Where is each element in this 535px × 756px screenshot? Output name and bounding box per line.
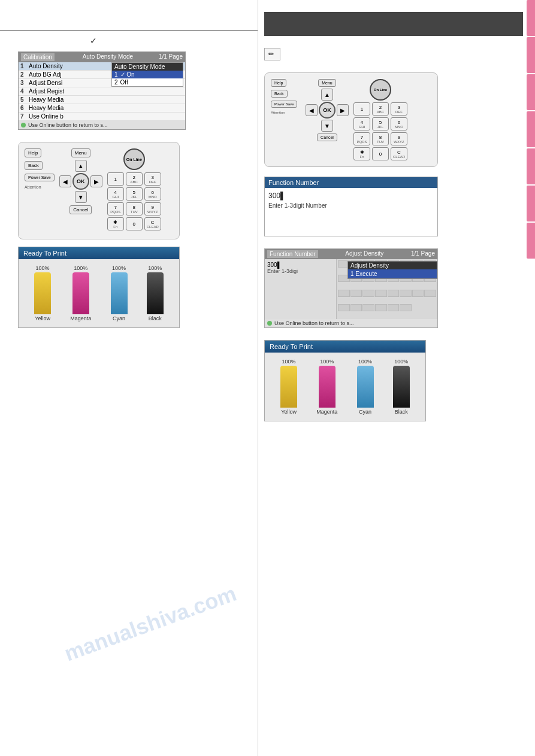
menu-button[interactable]: Menu (71, 148, 90, 157)
num-0[interactable]: 0 (126, 217, 143, 230)
right-num-clear[interactable]: CCLEAR (391, 147, 407, 160)
right-arrow-right[interactable]: ▶ (337, 104, 349, 116)
cal-page-info: 1/1 Page (159, 53, 183, 61)
right-num-3[interactable]: 3DEF (391, 102, 407, 116)
adjust-footer-text: Use Online button to return to s... (274, 320, 354, 326)
cal-sub-header: Auto Density Mode (112, 63, 183, 71)
right-num-0[interactable]: 0 (372, 147, 389, 160)
toner-black: 100% Black (147, 265, 164, 321)
pink-tab-5[interactable] (527, 148, 535, 184)
right-back-button[interactable]: Back (271, 90, 288, 98)
watermark: manualshiva.com (61, 581, 240, 667)
right-online-button[interactable]: On Line (370, 79, 391, 101)
num-5[interactable]: 5JKL (126, 187, 143, 201)
right-num-1[interactable]: 1 (353, 102, 370, 116)
adjust-body: 300▌ Enter 1-3digi (265, 259, 437, 319)
arrow-left-button[interactable]: ◀ (59, 175, 71, 187)
right-toner-bar-yellow (280, 366, 297, 408)
right-column: ✏ Help Back Power Save Attention Menu ▲ (258, 0, 535, 756)
left-ready-panel: Ready To Print 100% Yellow 100% Magenta … (18, 247, 180, 328)
num-6[interactable]: 6MNO (144, 187, 161, 201)
num-clear[interactable]: CCLEAR (144, 217, 161, 230)
num-3[interactable]: 3DEF (144, 172, 161, 186)
pink-tab-7[interactable] (527, 223, 535, 259)
ok-button[interactable]: OK (72, 173, 89, 190)
pink-tab-6[interactable] (527, 186, 535, 221)
adjust-header-tab: Function Number (267, 250, 318, 258)
right-toner-bar-magenta (319, 366, 335, 408)
cal-footer: Use Online button to return to s... (19, 121, 185, 129)
right-toner-yellow: 100% Yellow (280, 359, 297, 415)
left-toners: 100% Yellow 100% Magenta 100% Cyan 100% (19, 259, 179, 327)
right-num-5[interactable]: 5JKL (372, 117, 389, 130)
toner-magenta: 100% Magenta (70, 265, 91, 321)
right-num-7[interactable]: 7PQRS (353, 132, 370, 145)
right-arrow-left[interactable]: ◀ (306, 104, 318, 116)
function-input-value[interactable]: 300▌ (268, 192, 434, 200)
num-9[interactable]: 9WXYZ (144, 202, 161, 215)
pencil-area: ✏ (264, 48, 523, 60)
right-toner-bar-cyan (357, 366, 374, 408)
pink-tab-4[interactable] (527, 111, 535, 147)
right-num-star[interactable]: ✱Fn (353, 147, 370, 160)
toner-bar-cyan (111, 272, 128, 314)
function-panel-header: Function Number (265, 177, 437, 188)
num-4[interactable]: 4GHI (107, 187, 124, 201)
help-button[interactable]: Help (25, 148, 41, 157)
checkmark-bullet: ✓ (90, 36, 246, 45)
right-arrow-up[interactable]: ▲ (321, 89, 333, 101)
function-panel-body: 300▌ Enter 1-3digit Number (265, 188, 437, 236)
arrow-down-button[interactable]: ▼ (75, 191, 87, 203)
right-num-4[interactable]: 4GHI (353, 117, 370, 130)
num-star[interactable]: ✱Fn (107, 217, 124, 230)
pink-tab-1[interactable] (527, 0, 535, 36)
left-ready-header: Ready To Print (19, 247, 179, 259)
num-7[interactable]: 7PQRS (107, 202, 124, 215)
right-tabs (527, 0, 535, 756)
adjust-hint: Enter 1-3digi (267, 268, 334, 274)
right-num-9[interactable]: 9WXYZ (391, 132, 407, 145)
right-num-2[interactable]: 2ABC (372, 102, 389, 116)
cal-header-title: Auto Density Mode (83, 53, 134, 61)
toner-bar-black (147, 272, 164, 314)
power-save-button[interactable]: Power Save (25, 174, 55, 181)
cal-sub-item-on[interactable]: 1✓ On (112, 71, 183, 78)
adjust-density-panel: Function Number Adjust Density 1/1 Page … (264, 248, 438, 328)
cancel-button[interactable]: Cancel (69, 205, 92, 214)
left-control-panel: Help Back Power Save Attention Menu ▲ ◀ … (18, 142, 180, 239)
right-help-button[interactable]: Help (271, 79, 286, 87)
right-header-bar (264, 12, 523, 36)
adjust-page-info: 1/1 Page (411, 250, 435, 258)
pencil-box: ✏ (264, 48, 280, 60)
toner-cyan: 100% Cyan (111, 265, 128, 321)
adjust-header-title: Adjust Density (345, 250, 383, 258)
cal-menu-item-7[interactable]: 7Use Online b (19, 113, 185, 121)
num-1[interactable]: 1 (107, 172, 124, 186)
right-ready-panel: Ready To Print 100% Yellow 100% Magenta … (264, 340, 426, 421)
right-num-6[interactable]: 6MNO (391, 117, 407, 130)
left-column: ✓ Calibration Auto Density Mode 1/1 Page… (0, 0, 258, 756)
back-button[interactable]: Back (25, 161, 43, 170)
arrow-right-button[interactable]: ▶ (90, 175, 102, 187)
right-ok-button[interactable]: OK (319, 102, 335, 119)
pink-tab-2[interactable] (527, 37, 535, 73)
right-menu-button[interactable]: Menu (318, 79, 336, 87)
right-toner-magenta: 100% Magenta (316, 359, 337, 415)
right-num-8[interactable]: 8TUV (372, 132, 389, 145)
cal-sub-item-off[interactable]: 2Off (112, 78, 183, 86)
online-button[interactable]: On Line (123, 148, 145, 170)
cal-menu-item-5[interactable]: 5Heavy Media (19, 96, 185, 104)
right-arrow-down[interactable]: ▼ (321, 120, 333, 132)
cal-menu-item-6[interactable]: 6Heavy Media (19, 104, 185, 113)
num-8[interactable]: 8TUV (126, 202, 143, 215)
right-toner-bar-black (393, 366, 410, 408)
cal-footer-text: Use Online button to return to s... (28, 122, 108, 128)
right-toner-cyan: 100% Cyan (357, 359, 374, 415)
right-cancel-button[interactable]: Cancel (317, 133, 337, 141)
pink-tab-3[interactable] (527, 74, 535, 110)
adjust-execute-item[interactable]: 1 Execute (348, 269, 437, 278)
num-2[interactable]: 2ABC (126, 172, 143, 186)
arrow-up-button[interactable]: ▲ (75, 160, 87, 172)
right-power-save-button[interactable]: Power Save (271, 101, 297, 108)
cal-menu-item-4[interactable]: 4Adjust Regist (19, 87, 185, 96)
